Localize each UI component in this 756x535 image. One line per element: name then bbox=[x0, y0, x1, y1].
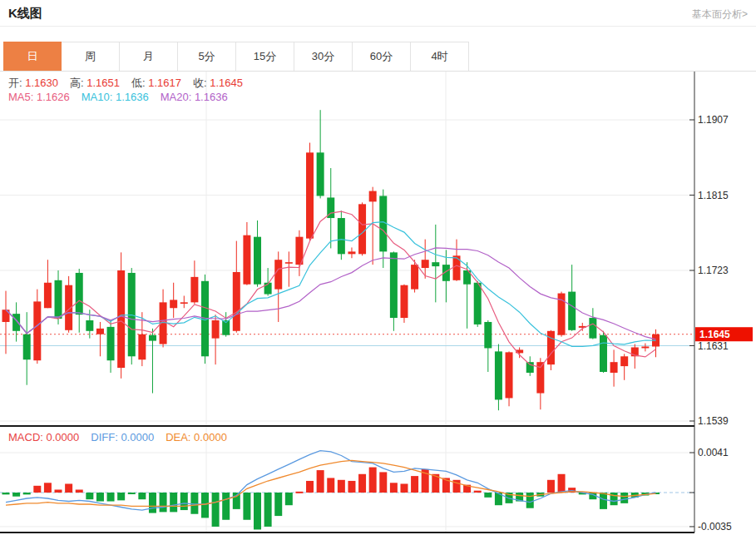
legend-ohlc-label-0: 开: bbox=[8, 77, 25, 89]
price-tick-0: 1.1907 bbox=[698, 114, 729, 126]
legend-macd-value-2: 0.0000 bbox=[194, 431, 227, 443]
macd-tick-0: 0.0041 bbox=[698, 447, 729, 458]
price-tick-1: 1.1815 bbox=[698, 190, 729, 201]
ohlc-legend: 开: 1.1630高: 1.1651低: 1.1617收: 1.1645 bbox=[8, 76, 254, 91]
current-price-badge: 1.1645 bbox=[695, 327, 753, 341]
legend-macd-value-1: 0.0000 bbox=[121, 431, 154, 443]
legend-ma-label-1: MA10: bbox=[82, 91, 116, 103]
candlestick-series bbox=[2, 110, 660, 410]
legend-ohlc-label-3: 收: bbox=[193, 77, 210, 89]
macd-legend: MACD: 0.0000DIFF: 0.0000DEA: 0.0000 bbox=[8, 431, 239, 443]
macd-tick-1: -0.0035 bbox=[698, 521, 732, 533]
legend-ma-value-1: 1.1636 bbox=[116, 91, 149, 103]
legend-ohlc-value-0: 1.1630 bbox=[25, 77, 58, 89]
legend-macd-label-0: MACD: bbox=[8, 431, 47, 443]
legend-macd-value-0: 0.0000 bbox=[47, 431, 80, 443]
legend-ma-label-0: MA5: bbox=[8, 91, 37, 103]
price-tick-3: 1.1631 bbox=[698, 340, 729, 352]
legend-ma-value-2: 1.1636 bbox=[195, 91, 228, 103]
macd-histogram bbox=[2, 468, 660, 530]
legend-ma-label-2: MA20: bbox=[161, 91, 195, 103]
price-tick-4: 1.1539 bbox=[698, 415, 729, 427]
ma-legend: MA5: 1.1626MA10: 1.1636MA20: 1.1636 bbox=[8, 91, 240, 103]
legend-ohlc-label-2: 低: bbox=[131, 77, 148, 89]
current-price-badge-text: 1.1645 bbox=[699, 329, 730, 340]
legend-ohlc-label-1: 高: bbox=[70, 77, 86, 89]
legend-ohlc-value-1: 1.1651 bbox=[86, 77, 120, 89]
legend-ohlc-value-3: 1.1645 bbox=[210, 77, 243, 89]
price-tick-2: 1.1723 bbox=[698, 265, 729, 276]
legend-ma-value-0: 1.1626 bbox=[37, 91, 70, 103]
legend-ohlc-value-2: 1.1617 bbox=[148, 77, 181, 89]
legend-macd-label-1: DIFF: bbox=[91, 431, 121, 443]
kline-widget: K线图 基本面分析> 日周月5分15分30分60分4时 1.19071.1815… bbox=[0, 0, 756, 535]
legend-macd-label-2: DEA: bbox=[166, 431, 194, 443]
gridlines bbox=[0, 72, 694, 533]
price-axis-labels: 1.19071.18151.17231.16311.15390.0041-0.0… bbox=[689, 114, 732, 533]
